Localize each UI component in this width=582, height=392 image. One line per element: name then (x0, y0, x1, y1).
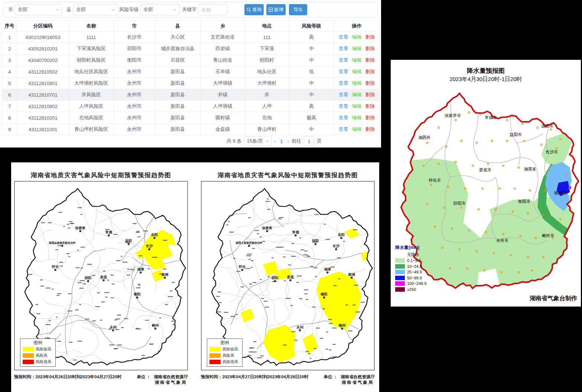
table-cell: 高 (289, 101, 334, 112)
legend-label: 风险较高 (222, 347, 238, 352)
view-link[interactable]: 查看 (339, 80, 348, 86)
del-link[interactable]: 删除 (365, 115, 375, 120)
goto-page-input[interactable] (304, 136, 314, 146)
view-link[interactable]: 查看 (339, 103, 348, 109)
legend-label: 风险高 (36, 353, 48, 358)
city-label: 娄底 (100, 275, 107, 279)
edit-link[interactable]: 编辑 (352, 69, 362, 74)
edit-link[interactable]: 编辑 (352, 57, 362, 63)
page-size-select[interactable]: 15条/页 (244, 136, 271, 146)
city-label: 郴州 (338, 324, 346, 327)
page-unit: 页 (317, 138, 322, 145)
city-label: 邵阳 (271, 276, 279, 280)
actions-cell: 查看编辑删除 (334, 43, 380, 55)
del-link[interactable]: 删除 (365, 57, 375, 63)
legend-swatch (23, 353, 34, 358)
city-label: 岳阳 (151, 233, 158, 237)
keyword-input[interactable] (198, 4, 228, 15)
county-select[interactable]: 全部 (73, 4, 118, 15)
del-link[interactable]: 删除 (365, 46, 375, 51)
table-cell: 井镇 (201, 89, 245, 101)
forecast-time: 预报时间：2023年04月27日20时到2023年04月28日20时 (201, 374, 308, 385)
legend-label: 风险较高 (36, 347, 51, 352)
table-cell: 43052910201 (17, 43, 69, 55)
table-cell: 城步苗族自治县 (155, 43, 201, 55)
export-button[interactable]: 导出 (289, 4, 307, 15)
table-cell: 9 (2, 124, 17, 135)
table-cell: 43112810502 (17, 66, 69, 78)
legend-item: 风险很高 (23, 359, 53, 365)
table-row: 743112810802人坪风险区永州市新田县人坪塘镇人坪高查看编辑删除 (2, 101, 380, 112)
prev-page-button[interactable]: ‹ (274, 138, 276, 144)
next-page-button[interactable]: › (287, 138, 289, 144)
table-row: 243052910201下宋溪风险区邵阳市城步苗族自治县西岩镇下宋溪中查看编辑删… (2, 43, 380, 55)
table-cell: 新田县 (155, 124, 201, 135)
table-cell: 高 (289, 32, 334, 43)
trend-map-footer: 预报时间：2023年04月26日20时到2023年04月27日20时 单位 ： … (14, 374, 188, 385)
actions-cell: 查看编辑删除 (334, 66, 380, 78)
view-link[interactable]: 查看 (339, 126, 348, 132)
table-cell: 5 (2, 78, 17, 89)
city-label: 常德市 (485, 115, 497, 120)
column-header: 操作 (334, 20, 380, 32)
actions-cell: 查看编辑删除 (334, 55, 380, 66)
edit-link[interactable]: 编辑 (352, 34, 362, 40)
table-cell: 中 (289, 43, 334, 55)
table-row: 543112810801大坪塘村风险区永州市新田县大坪塘镇大坪塘村中查看编辑删除 (2, 78, 380, 89)
table-cell: 永州市 (114, 101, 155, 112)
county-filter-label: 县 (66, 6, 71, 13)
table-cell: 天心区 (155, 32, 201, 43)
table-cell: 新田县 (155, 66, 201, 78)
trend-maps-panel: 湖南省地质灾害气象风险中短期预警预报趋势图 张家界常德岳阳湘西土家族苗族自治州益… (11, 162, 379, 392)
current-page[interactable]: 1 (280, 139, 283, 144)
table-cell: 3 (2, 55, 17, 66)
city-label: 永州 (109, 325, 117, 329)
table-cell: 衡阳市 (114, 55, 155, 66)
edit-link[interactable]: 编辑 (352, 80, 362, 86)
edit-link[interactable]: 编辑 (352, 115, 362, 120)
table-cell: 大坪塘村风险区 (69, 78, 114, 89)
del-link[interactable]: 删除 (365, 34, 375, 40)
city-label: 益阳 (125, 239, 132, 243)
view-link[interactable]: 查看 (339, 57, 348, 63)
del-link[interactable]: 删除 (365, 92, 375, 97)
del-link[interactable]: 删除 (365, 80, 375, 86)
legend-label: 50~99.9 (407, 276, 422, 280)
del-link[interactable]: 删除 (365, 103, 375, 109)
legend-item: 风险很高 (209, 359, 240, 365)
city-label: 衡阳 (320, 292, 328, 296)
legend-swatch (395, 253, 405, 257)
city-select[interactable]: 全部 (14, 4, 62, 15)
trend-map-figure-1: 湖南省地质灾害气象风险中短期预警预报趋势图 张家界常德岳阳湘西土家族苗族自治州益… (14, 162, 188, 392)
actions-cell: 查看编辑删除 (334, 101, 380, 112)
risk-level-select[interactable]: 全部 (140, 4, 180, 15)
view-link[interactable]: 查看 (339, 34, 348, 40)
view-link[interactable]: 查看 (339, 115, 348, 120)
legend-swatch (209, 360, 221, 364)
view-link[interactable]: 查看 (339, 92, 348, 97)
del-link[interactable]: 删除 (365, 69, 375, 74)
city-label: 怀化 (52, 265, 59, 269)
add-button[interactable]: 新增 (266, 4, 286, 15)
legend-item: 无降水 (395, 252, 426, 258)
table-cell: 石鼓区 (155, 55, 201, 66)
del-link[interactable]: 删除 (365, 126, 375, 132)
unit-org: 湖南省气象局 (154, 380, 188, 385)
search-button[interactable]: 查询 (244, 4, 264, 15)
legend-label: 风险很高 (36, 359, 51, 365)
legend-label: 25~49.9 (407, 270, 422, 274)
table-cell: 4 (2, 66, 17, 78)
table-row: 643112810701井风险区永州市新田县井镇井中查看编辑删除 (2, 89, 380, 101)
edit-link[interactable]: 编辑 (352, 92, 362, 97)
table-cell: 朝阳村风险区 (69, 55, 114, 66)
edit-link[interactable]: 编辑 (352, 103, 362, 109)
table-cell: 下宋溪 (245, 43, 289, 55)
edit-link[interactable]: 编辑 (352, 126, 362, 132)
view-link[interactable]: 查看 (339, 69, 348, 74)
column-header: 分区编码 (17, 20, 69, 32)
table-row: 343040700202朝阳村风险区衡阳市石鼓区青山街道朝阳村中查看编辑删除 (2, 55, 380, 66)
legend-label: 100~249.9 (407, 281, 426, 286)
view-link[interactable]: 查看 (339, 46, 348, 51)
edit-link[interactable]: 编辑 (352, 46, 362, 51)
trend-legend: 图例 风险较高风险高风险很高 (20, 338, 56, 367)
